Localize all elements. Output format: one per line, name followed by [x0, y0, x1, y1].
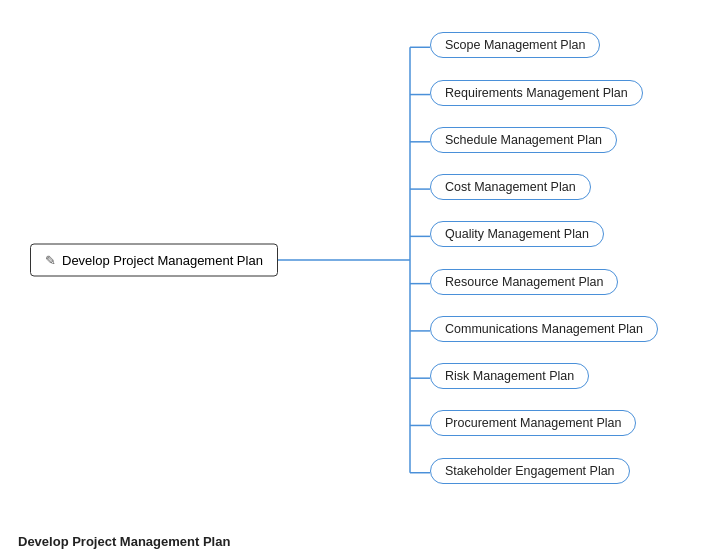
child-label: Stakeholder Engagement Plan — [445, 464, 615, 478]
child-label: Quality Management Plan — [445, 227, 589, 241]
child-node[interactable]: Risk Management Plan — [430, 363, 589, 389]
mind-map-diagram: ✎ Develop Project Management Plan Scope … — [0, 0, 721, 520]
child-node[interactable]: Schedule Management Plan — [430, 127, 617, 153]
child-node[interactable]: Cost Management Plan — [430, 174, 591, 200]
child-label: Requirements Management Plan — [445, 86, 628, 100]
child-label: Scope Management Plan — [445, 38, 585, 52]
pencil-icon: ✎ — [45, 253, 56, 268]
root-label: Develop Project Management Plan — [62, 253, 263, 268]
child-label: Procurement Management Plan — [445, 416, 621, 430]
child-label: Cost Management Plan — [445, 180, 576, 194]
child-node[interactable]: Requirements Management Plan — [430, 80, 643, 106]
child-node[interactable]: Quality Management Plan — [430, 221, 604, 247]
child-label: Schedule Management Plan — [445, 133, 602, 147]
child-label: Communications Management Plan — [445, 322, 643, 336]
child-node[interactable]: Stakeholder Engagement Plan — [430, 458, 630, 484]
footer-label: Develop Project Management Plan — [18, 534, 230, 549]
child-node[interactable]: Scope Management Plan — [430, 32, 600, 58]
child-node[interactable]: Procurement Management Plan — [430, 410, 636, 436]
child-label: Resource Management Plan — [445, 275, 603, 289]
child-label: Risk Management Plan — [445, 369, 574, 383]
child-node[interactable]: Communications Management Plan — [430, 316, 658, 342]
root-node[interactable]: ✎ Develop Project Management Plan — [30, 244, 278, 277]
child-node[interactable]: Resource Management Plan — [430, 269, 618, 295]
